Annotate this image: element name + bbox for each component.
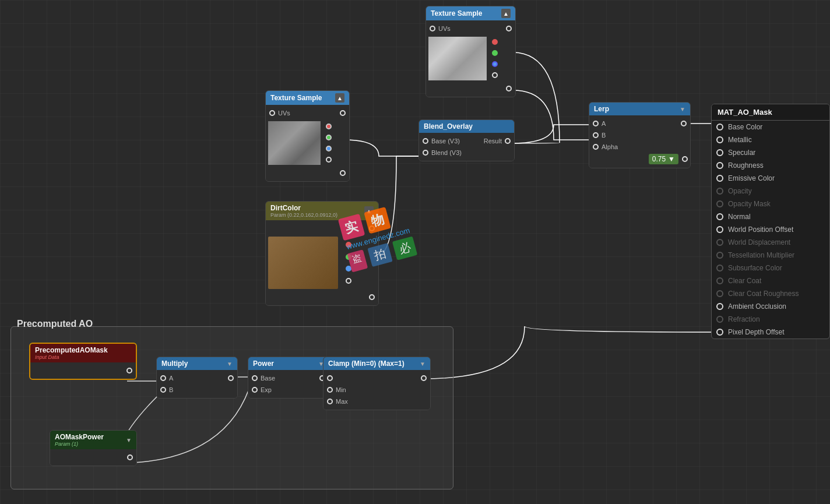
mat-row-world-disp: World Displacement: [712, 236, 829, 249]
texture-sample-2-uvs-pin[interactable]: [430, 26, 435, 31]
pin-g1[interactable]: [326, 135, 332, 140]
ao-mask-power-arrow[interactable]: ▼: [126, 437, 132, 443]
mat-pin-base-color[interactable]: [716, 124, 723, 131]
multiply-title: Multiply: [161, 360, 188, 368]
mat-pin-specular[interactable]: [716, 149, 723, 156]
mat-pin-world-pos[interactable]: [716, 226, 723, 233]
blend-overlay-blend-pin[interactable]: [423, 150, 428, 156]
dirt-color-bottom-pin[interactable]: [369, 294, 375, 300]
mat-ao-mask-title: MAT_AO_Mask: [718, 108, 772, 117]
clamp-max-pin[interactable]: [327, 399, 333, 404]
pin-a1[interactable]: [326, 157, 332, 163]
mat-label-emissive: Emissive Color: [728, 174, 775, 182]
multiply-a-pin[interactable]: [160, 375, 166, 381]
pin-a[interactable]: [492, 72, 498, 78]
power-base-row: Base: [248, 372, 329, 384]
clamp-title: Clamp (Min=0) (Max=1): [328, 360, 405, 368]
blend-overlay-result-pin[interactable]: [505, 138, 511, 144]
mat-label-opacity: Opacity: [728, 187, 752, 195]
ao-mask-power-out-row: [50, 452, 136, 463]
mat-label-specular: Specular: [728, 149, 755, 157]
texture-sample-1-bottom-pin[interactable]: [340, 170, 346, 176]
power-exp-pin[interactable]: [252, 387, 258, 393]
clamp-max-row: Max: [323, 396, 430, 407]
dirt-pin-r[interactable]: [346, 242, 351, 248]
dirt-color-expand[interactable]: ▲: [364, 206, 374, 216]
lerp-value-pin[interactable]: [682, 156, 688, 162]
mat-label-subsurface: Subsurface Color: [728, 264, 782, 272]
multiply-b-label: B: [169, 386, 173, 393]
pin-r1[interactable]: [326, 124, 332, 129]
dirt-color-title: DirtColor: [270, 204, 337, 212]
mat-pin-pixel-depth[interactable]: [716, 329, 723, 336]
texture-sample-2-title: Texture Sample: [431, 9, 482, 17]
mat-pin-tess: [716, 252, 723, 259]
lerp-a-row: A: [589, 118, 690, 129]
pin-b1[interactable]: [326, 146, 332, 151]
power-base-label: Base: [261, 375, 275, 382]
pin-r[interactable]: [492, 39, 498, 45]
multiply-b-pin[interactable]: [160, 387, 166, 393]
multiply-b-row: B: [157, 384, 237, 396]
mat-label-refraction: Refraction: [728, 315, 760, 323]
clamp-out-pin[interactable]: [421, 375, 427, 381]
dirt-color-body: [266, 220, 378, 305]
lerp-node: Lerp ▼ A B Alpha 0.75 ▼: [589, 102, 691, 168]
mat-pin-opacity: [716, 188, 723, 195]
lerp-out-pin[interactable]: [681, 121, 687, 126]
texture-sample-1-uvs-label: UVs: [278, 110, 290, 117]
power-base-pin[interactable]: [252, 375, 258, 381]
lerp-alpha-pin[interactable]: [593, 144, 599, 150]
mat-row-specular: Specular: [712, 146, 829, 159]
multiply-arrow[interactable]: ▼: [227, 361, 233, 367]
mat-label-metallic: Metallic: [728, 136, 752, 144]
mat-row-world-pos: World Position Offset: [712, 223, 829, 236]
texture-sample-2-bottom-pin[interactable]: [506, 86, 512, 91]
mat-pin-normal[interactable]: [716, 213, 723, 220]
lerp-b-pin[interactable]: [593, 132, 599, 138]
multiply-out-pin[interactable]: [228, 375, 234, 381]
mat-row-emissive: Emissive Color: [712, 172, 829, 185]
lerp-a-pin[interactable]: [593, 121, 599, 126]
blend-overlay-header: Blend_Overlay: [419, 120, 514, 133]
blend-overlay-blend-row: Blend (V3): [419, 147, 514, 158]
dirt-color-header: DirtColor Param (0.22,0.162,0.0912,0) ▲: [266, 202, 378, 220]
precomputed-ao-mask-node: PrecomputedAOMask Input Data: [29, 343, 137, 380]
clamp-min-pin[interactable]: [327, 387, 333, 393]
dirt-pin-b[interactable]: [346, 266, 351, 272]
dirt-color-out1-pin[interactable]: [369, 225, 375, 231]
multiply-a-label: A: [169, 375, 173, 382]
lerp-b-label: B: [602, 132, 606, 139]
pin-b[interactable]: [492, 61, 498, 67]
mat-row-opacity: Opacity: [712, 185, 829, 198]
ao-mask-power-subtitle: Param (1): [55, 441, 104, 447]
texture-sample-1-uvs-out[interactable]: [340, 110, 346, 116]
mat-pin-opacity-mask: [716, 200, 723, 207]
blend-overlay-result-label: Result: [484, 138, 502, 144]
blend-overlay-blend-label: Blend (V3): [431, 149, 462, 156]
ao-mask-power-out-pin[interactable]: [127, 454, 133, 460]
clamp-arrow[interactable]: ▼: [420, 361, 425, 367]
mat-pin-emissive[interactable]: [716, 175, 723, 182]
texture-sample-1-expand[interactable]: ▲: [335, 93, 344, 103]
mat-pin-roughness[interactable]: [716, 162, 723, 169]
power-exp-row: Exp: [248, 384, 329, 396]
texture-sample-2-expand[interactable]: ▲: [501, 9, 511, 18]
texture-sample-1-uvs-pin[interactable]: [269, 110, 275, 116]
mat-pin-world-disp: [716, 239, 723, 246]
mat-pin-ao[interactable]: [716, 303, 723, 310]
clamp-in-pin[interactable]: [327, 375, 333, 381]
mat-pin-metallic[interactable]: [716, 136, 723, 143]
clamp-max-label: Max: [336, 398, 348, 405]
precomputed-ao-mask-out-pin[interactable]: [126, 368, 132, 373]
ao-mask-power-node: AOMaskPower Param (1) ▼: [50, 430, 137, 466]
lerp-value-box[interactable]: 0.75 ▼: [649, 154, 678, 164]
dirt-pin-g[interactable]: [346, 254, 351, 260]
blend-overlay-base-label: Base (V3): [431, 138, 460, 144]
lerp-collapse[interactable]: ▼: [680, 106, 685, 112]
lerp-value-arrow[interactable]: ▼: [668, 155, 675, 163]
dirt-pin-a[interactable]: [346, 278, 351, 284]
blend-overlay-base-pin[interactable]: [423, 138, 428, 144]
pin-g[interactable]: [492, 50, 498, 56]
texture-sample-2-uvs-out-pin[interactable]: [506, 26, 512, 31]
